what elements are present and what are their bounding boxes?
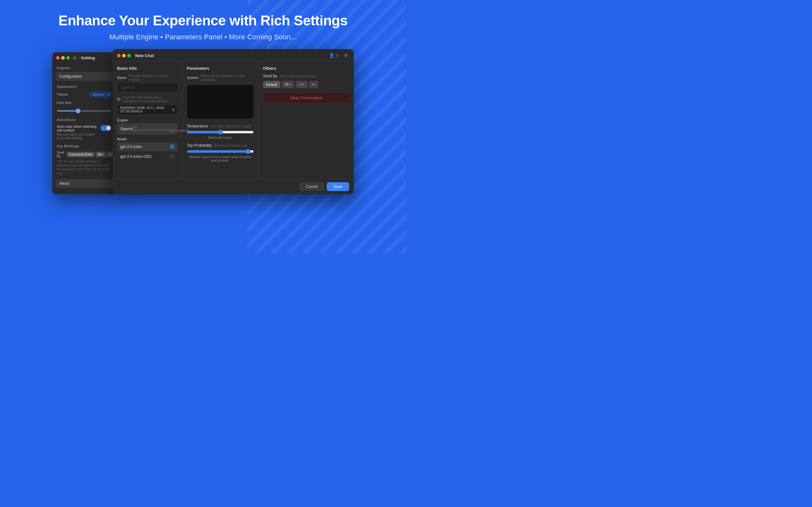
model-field-label: Model bbox=[117, 137, 177, 141]
setting-title: Setting bbox=[81, 55, 95, 60]
engine-key: sk-7h*****************yHD7yXMGZ0 bbox=[133, 125, 189, 132]
close-button[interactable] bbox=[56, 56, 60, 60]
maximize-button[interactable] bbox=[66, 56, 70, 60]
chat-titlebar: New Chat 👤 ∨ ⚙ bbox=[113, 49, 354, 61]
temperature-slider[interactable] bbox=[187, 130, 254, 135]
model-item-2[interactable]: gpt-3.5-turbo-0301 bbox=[117, 152, 177, 161]
system-field-label: System Helps set the behavior of the ass… bbox=[187, 74, 254, 81]
model-name-2: gpt-3.5-turbo-0301 bbox=[120, 154, 152, 159]
basic-info-panel: Basic Info Name The title display in lis… bbox=[113, 61, 183, 179]
minimize-button[interactable] bbox=[61, 56, 65, 60]
chat-maximize-button[interactable] bbox=[127, 54, 131, 57]
parameters-panel: Parameters System Helps set the behavior… bbox=[183, 61, 258, 179]
model-name-1: gpt-3.5-turbo bbox=[120, 145, 142, 149]
engine-select-row[interactable]: OpenAI sk-7h*****************yHD7yXMGZ0 bbox=[117, 123, 177, 135]
configuration-button[interactable]: Configuration bbox=[55, 72, 113, 81]
kbd-hint: Command+Enter bbox=[67, 152, 95, 157]
clear-conversation-button[interactable]: Clear Conversation bbox=[263, 93, 349, 103]
send-by-row-label: Send By Send input with which key bbox=[263, 74, 349, 78]
autocopy-sub: You can select cell content by double-cl… bbox=[57, 133, 98, 140]
name-field-label: Name The title display in list and windo… bbox=[117, 74, 177, 81]
top-prob-label: Top Probability Richness of words used. bbox=[187, 143, 254, 148]
model-label-main: Model bbox=[117, 137, 126, 141]
id-label-main: ID bbox=[117, 97, 120, 101]
keybind-row: Send By Command+Enter ⌘↩ ⇧↩ ↩ bbox=[57, 151, 111, 158]
autocopy-toggle[interactable] bbox=[101, 125, 111, 131]
id-row: 88AB9DBB-ED4B-4571-AD4A-3F7301048816 ⧉ bbox=[117, 104, 177, 115]
chat-window: New Chat 👤 ∨ ⚙ Basic Info Name The title… bbox=[113, 49, 354, 194]
system-textarea[interactable] bbox=[187, 84, 254, 119]
avatar-icon[interactable]: 👤 ∨ bbox=[328, 52, 340, 59]
send-btn-shift-enter[interactable]: ⇧↩ bbox=[296, 81, 308, 88]
id-field-label: ID Used for inter-application interactio… bbox=[117, 95, 177, 103]
font-size-slider-container bbox=[52, 107, 116, 115]
copy-icon[interactable]: ⧉ bbox=[172, 107, 175, 112]
send-by-section: Send By Send input with which key Defaul… bbox=[263, 74, 349, 88]
id-value: 88AB9DBB-ED4B-4571-AD4A-3F7301048816 bbox=[120, 106, 172, 113]
sidebar-icon: ⊞ bbox=[73, 55, 77, 60]
system-label-main: System bbox=[187, 76, 199, 79]
top-prob-label-main: Top Probability bbox=[187, 143, 212, 148]
traffic-lights bbox=[56, 56, 70, 60]
engine-field-label: Engine bbox=[117, 118, 177, 122]
send-btn-default[interactable]: Default bbox=[263, 81, 281, 88]
kbd1[interactable]: ⌘↩ bbox=[96, 152, 105, 157]
name-label-main: Name bbox=[117, 76, 126, 79]
chat-close-button[interactable] bbox=[117, 54, 120, 57]
theme-row: Theme System Light Dark bbox=[52, 90, 116, 99]
appearance-label: Appearance bbox=[52, 81, 116, 90]
engines-label: Engines bbox=[52, 63, 116, 71]
settings-icon[interactable]: ⚙ bbox=[343, 52, 349, 59]
setting-window: ⊞ ‹ Setting Engines Configuration Appear… bbox=[52, 52, 116, 194]
font-size-row: Font Size bbox=[52, 100, 116, 106]
windows-container: ⊞ ‹ Setting Engines Configuration Appear… bbox=[0, 48, 406, 194]
chat-title: New Chat bbox=[135, 53, 328, 58]
key-bindings-label: Key Bindings bbox=[52, 141, 116, 150]
top-prob-slider[interactable] bbox=[187, 149, 254, 154]
hero-subtitle: Multiple Engine • Parameters Panel • Mor… bbox=[0, 33, 406, 41]
back-icon[interactable]: ‹ bbox=[78, 55, 80, 60]
name-label-sub: The title display in list and window bbox=[128, 74, 177, 81]
autocopy-row: Auto-copy when selecting cell content Yo… bbox=[52, 123, 116, 141]
theme-select[interactable]: System Light Dark bbox=[90, 91, 111, 98]
chat-header-icons: 👤 ∨ ⚙ bbox=[328, 52, 349, 59]
send-by-buttons: Default ⌘↩ ⇧↩ ↩ bbox=[263, 81, 349, 88]
chat-traffic-lights bbox=[117, 54, 131, 57]
temperature-hint: How much variation in output. bbox=[210, 124, 252, 128]
temperature-label-main: Temperature bbox=[187, 124, 208, 128]
hero-section: Enhance Your Experience with Rich Settin… bbox=[0, 0, 406, 48]
send-btn-enter[interactable]: ↩ bbox=[309, 81, 318, 88]
cancel-button[interactable]: Cancel bbox=[299, 182, 324, 191]
chat-footer: Cancel Save bbox=[113, 179, 354, 194]
chat-minimize-button[interactable] bbox=[122, 54, 125, 57]
id-label-sub: Used for inter-application interaction, … bbox=[122, 95, 177, 103]
others-panel: Others Send By Send input with which key… bbox=[258, 61, 354, 179]
system-label-sub: Helps set the behavior of the assistant. bbox=[200, 74, 254, 81]
about-button[interactable]: About bbox=[55, 179, 113, 188]
top-prob-desc: Allowed choose from a wider range of wor… bbox=[187, 155, 254, 162]
behaviours-label: Behaviours bbox=[52, 115, 116, 123]
save-button[interactable]: Save bbox=[327, 182, 349, 191]
parameters-title: Parameters bbox=[187, 66, 254, 71]
hero-title: Enhance Your Experience with Rich Settin… bbox=[0, 13, 406, 29]
model-item-1[interactable]: gpt-3.5-turbo bbox=[117, 142, 177, 151]
temperature-desc: Balanced output. bbox=[187, 136, 254, 139]
send-by-label: Send By bbox=[57, 151, 64, 158]
model-radio-1 bbox=[170, 145, 174, 149]
theme-label: Theme bbox=[57, 93, 67, 96]
autocopy-label: Auto-copy when selecting cell content bbox=[57, 124, 98, 132]
chat-body: Basic Info Name The title display in lis… bbox=[113, 61, 354, 179]
name-input[interactable] bbox=[117, 83, 177, 92]
send-btn-cmd-enter[interactable]: ⌘↩ bbox=[282, 81, 294, 88]
engine-label-main: Engine bbox=[117, 118, 128, 122]
temperature-label: Temperature How much variation in output… bbox=[187, 124, 254, 128]
keybind-section: Send By Command+Enter ⌘↩ ⇧↩ ↩ Tips: You … bbox=[52, 150, 116, 176]
font-size-label: Font Size bbox=[57, 101, 71, 105]
setting-titlebar: ⊞ ‹ Setting bbox=[52, 52, 116, 63]
model-radio-2 bbox=[170, 154, 174, 159]
font-size-slider[interactable] bbox=[57, 110, 111, 112]
send-by-hint: Send input with which key bbox=[280, 74, 316, 78]
model-list: gpt-3.5-turbo gpt-3.5-turbo-0301 bbox=[117, 142, 177, 161]
engine-name: OpenAI bbox=[120, 127, 133, 131]
others-title: Others bbox=[263, 66, 349, 71]
